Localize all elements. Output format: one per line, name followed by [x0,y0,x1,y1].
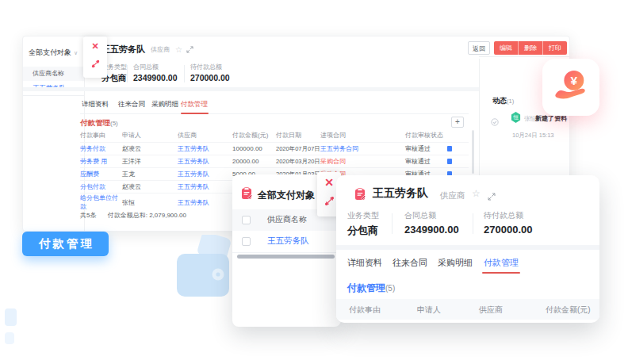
amount-sum: 付款金额总和: 2,079,900.00 [108,212,186,219]
section-title: 付款管理(5) [347,282,395,295]
col-header: 申请人 [417,305,441,316]
applicant: 张恒 [122,198,178,207]
delete-button[interactable]: 删除 [518,41,542,55]
payment-cause-link[interactable]: 劳务付款 [80,144,122,153]
stat-contract-total: 合同总额 2349900.00 [404,210,459,236]
vertical-scrollbar[interactable] [472,130,474,174]
supplier-link[interactable]: 王五劳务队 [178,144,232,153]
row-count: 共5条 [80,212,96,219]
tab-baseline [80,113,469,114]
chevron-down-icon: ∨ [74,50,78,56]
payees-dropdown-label[interactable]: 全部支付对象 [258,189,315,202]
clipboard-icon [240,187,253,203]
col-header: 供应商 [479,305,503,316]
divider [473,213,473,234]
favorite-star-icon[interactable]: ☆ [472,188,481,199]
payment-cause-link[interactable]: 给分包单位付款 [80,193,122,211]
divider [184,65,185,82]
fullscreen-icon[interactable] [488,190,496,204]
payment-cause-link[interactable]: 劳务费 用 [80,157,122,166]
section-divider [23,87,479,91]
supplier-link[interactable]: 王五劳务队 [178,182,232,191]
tab-contracts[interactable]: 往来合同 [392,257,427,269]
applicant: 赵凌云 [122,144,178,153]
tab-detail[interactable]: 详细资料 [347,257,382,269]
check-circle-icon[interactable] [491,115,499,123]
tab-contracts[interactable]: 往来合同 [118,100,145,109]
col-header: 付款金额(元) [232,131,276,140]
action-button-group: 编辑 删除 打印 [494,41,567,55]
col-header: 申请人 [122,131,178,140]
horizontal-scrollbar[interactable] [237,255,335,259]
tab-payments[interactable]: 付款管理 [181,100,208,109]
supplier-link[interactable]: 王五劳务队 [178,157,232,166]
tab-purchase[interactable]: 采购明细 [151,100,178,109]
section-title-text: 付款管理 [80,118,110,127]
pay-date: 2020年07月07日 [276,145,320,153]
wallet-illustration [172,235,236,303]
row-checkbox[interactable] [242,237,251,246]
edit-button[interactable]: 编辑 [494,41,518,55]
stat-contract-total: 合同总额 2349900.00 [133,63,177,82]
contract-link[interactable]: 王五劳务合同 [320,144,405,153]
svg-text:¥: ¥ [571,74,578,87]
activity-count: (1) [507,98,514,105]
payment-cause-link[interactable]: 应酬费 [80,170,122,178]
tab-purchase[interactable]: 采购明细 [438,257,473,269]
avatar: 恒 [511,112,521,123]
table-row[interactable]: 劳务付款 赵凌云 王五劳务队 100000.00 2020年07月07日 王五劳… [80,142,469,155]
tab-detail[interactable]: 详细资料 [82,100,109,109]
payees-dropdown[interactable]: 全部支付对象∨ [29,48,78,58]
contract-link[interactable]: 采购合同 [320,157,405,166]
activity-title-text: 动态 [492,97,507,105]
col-header: 付款事由 [80,131,122,140]
stat-label: 待付款总额 [484,210,532,221]
sidebar-panel-controls: ✕ [83,36,107,78]
decor-blob [5,308,17,326]
expand-icon[interactable] [83,57,107,71]
back-button[interactable]: 返回 [468,41,490,55]
hand-yuan-icon: ¥ [553,69,589,105]
tab-bar: 详细资料 往来合同 采购明细 付款管理 [23,100,479,114]
page: 全部支付对象∨ 供应商名称 王五劳务队 ✕ 王五劳务队 供应商 ☆ 返回 [0,0,628,364]
supplier-list-item[interactable]: 王五劳务队 [267,236,309,247]
stat-value: 2349900.00 [404,224,459,236]
add-payment-button[interactable]: + [451,117,464,128]
favorite-star-icon[interactable]: ☆ [175,45,182,54]
section-title-text: 付款管理 [347,282,385,293]
supplier-link[interactable]: 王五劳务队 [178,170,232,178]
active-tab-underline [482,272,520,274]
stat-label: 合同总额 [404,210,459,221]
active-tab-underline [181,113,209,114]
table-row[interactable]: 劳务费 用 王洋洋 王五劳务队 20000.00 2020年03月20日 采购合… [80,155,469,167]
tab-payments[interactable]: 付款管理 [484,257,519,269]
page-title: 王五劳务队 [101,44,145,56]
amount: 20000.00 [232,158,276,165]
payment-app-icon-card: ¥ [542,59,599,116]
print-button[interactable]: 打印 [542,41,567,55]
amount: 100000.00 [232,145,276,152]
supplier-tag: 供应商 [151,45,170,54]
applicant: 赵凌云 [122,182,178,191]
fullscreen-icon[interactable] [186,46,193,53]
receipt-icon[interactable] [447,146,452,151]
col-header: 供应商 [178,131,232,140]
receipt-icon[interactable] [447,159,452,164]
stat-business-type: 业务类型 分包商 [347,210,379,238]
supplier-tag: 供应商 [440,190,465,201]
activity-time: 10月24日 15:13 [512,132,554,140]
divider [479,56,569,57]
select-all-checkbox[interactable] [242,216,251,224]
divider [232,252,341,253]
stat-pending-total: 待付款总额 270000.00 [190,63,230,82]
supplier-column-header: 供应商名称 [267,214,307,225]
stat-label: 业务类型 [347,210,379,221]
close-icon[interactable]: ✕ [83,36,107,56]
supplier-link[interactable]: 王五劳务队 [178,198,232,207]
payment-cause-link[interactable]: 分包付款 [80,182,122,191]
divider [127,65,128,82]
col-header: 付款日期 [276,131,320,140]
clipboard-icon [354,188,366,204]
toolbar: 返回 编辑 删除 打印 [468,41,567,55]
pay-date: 2020年03月20日 [276,158,320,166]
